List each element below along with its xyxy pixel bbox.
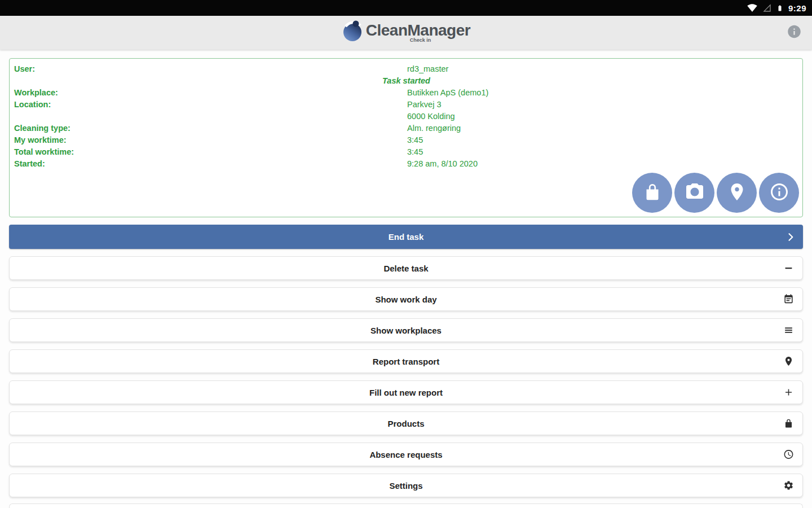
menu-label: Products (387, 419, 424, 428)
cellular-icon (762, 3, 771, 12)
info-icon[interactable] (787, 24, 802, 42)
logo-text-block: CleanManager Check in (366, 23, 470, 43)
minus-icon (783, 263, 794, 274)
delete-task-button[interactable]: Delete task (9, 256, 803, 280)
task-row-workplace: Workplace: Butikken ApS (demo1) (14, 87, 802, 99)
show-workplaces-button[interactable]: Show workplaces (9, 318, 803, 342)
info-outline-icon (769, 182, 789, 204)
task-row-city: 6000 Kolding (14, 111, 802, 122)
location-pin-icon (783, 356, 794, 367)
partially-visible-menu-button[interactable] (9, 503, 803, 508)
menu-label: Show work day (375, 295, 436, 304)
absence-requests-button[interactable]: Absence requests (9, 443, 803, 466)
task-row-location: Location: Parkvej 3 (14, 99, 802, 111)
task-value: 3:45 (407, 134, 423, 146)
app-logo: CleanManager Check in (342, 20, 470, 46)
app-header: CleanManager Check in (0, 16, 812, 50)
task-row-my-worktime: My worktime: 3:45 (14, 134, 802, 146)
task-value: rd3_master (407, 63, 448, 75)
status-time: 9:29 (788, 3, 806, 13)
task-row-user: User: rd3_master (14, 63, 802, 75)
task-label (14, 75, 407, 87)
task-value: Butikken ApS (demo1) (407, 87, 488, 99)
cleanmanager-logo-icon (342, 20, 364, 46)
task-row-total-worktime: Total worktime: 3:45 (14, 146, 802, 158)
shopping-bag-icon (783, 418, 794, 429)
end-task-label: End task (389, 232, 424, 242)
task-label: Total worktime: (14, 146, 407, 158)
task-label: Location: (14, 99, 407, 111)
products-action-button[interactable] (632, 173, 672, 213)
show-work-day-button[interactable]: Show work day (9, 287, 803, 311)
task-label: Workplace: (14, 87, 407, 99)
end-task-button[interactable]: End task (9, 225, 803, 249)
camera-icon (685, 182, 705, 204)
shopping-bag-icon (642, 182, 663, 204)
task-row-started: Started: 9:28 am, 8/10 2020 (14, 158, 802, 170)
task-label: User: (14, 63, 407, 75)
task-label: Started: (14, 158, 407, 170)
task-row-cleaning-type: Cleaning type: Alm. rengøring (14, 122, 802, 134)
menu-label: Report transport (373, 357, 439, 366)
task-value: 9:28 am, 8/10 2020 (407, 158, 478, 170)
task-action-buttons (632, 173, 799, 213)
menu-label: Absence requests (369, 450, 442, 459)
task-value: Alm. rengøring (407, 122, 461, 134)
task-label: Cleaning type: (14, 122, 407, 134)
map-action-button[interactable] (717, 173, 757, 213)
calendar-icon (783, 294, 794, 305)
app-title: CleanManager (366, 23, 470, 38)
task-label (14, 111, 407, 122)
gear-icon (783, 480, 794, 491)
task-label: My worktime: (14, 134, 407, 146)
menu-label: Fill out new report (369, 388, 443, 397)
task-status-text: Task started (382, 75, 430, 87)
menu-label: Delete task (383, 264, 428, 273)
wifi-icon (747, 3, 757, 13)
products-button[interactable]: Products (9, 411, 803, 435)
task-value: 6000 Kolding (407, 111, 455, 122)
task-row-status: Task started (14, 75, 802, 87)
status-bar: 9:29 (0, 0, 812, 16)
chevron-right-icon (785, 231, 796, 243)
list-icon (783, 325, 794, 336)
plus-icon (783, 387, 794, 398)
report-transport-button[interactable]: Report transport (9, 349, 803, 373)
location-pin-icon (727, 182, 747, 204)
settings-button[interactable]: Settings (9, 474, 803, 497)
clock-icon (783, 449, 794, 460)
battery-icon (776, 3, 783, 14)
fill-out-new-report-button[interactable]: Fill out new report (9, 380, 803, 404)
main-content: User: rd3_master Task started Workplace:… (0, 58, 812, 508)
menu-label: Show workplaces (370, 326, 442, 335)
task-value: 3:45 (407, 146, 423, 158)
task-value: Parkvej 3 (407, 99, 441, 111)
task-info-card: User: rd3_master Task started Workplace:… (9, 58, 803, 217)
camera-action-button[interactable] (674, 173, 714, 213)
menu-label: Settings (389, 481, 422, 491)
info-action-button[interactable] (759, 173, 799, 213)
